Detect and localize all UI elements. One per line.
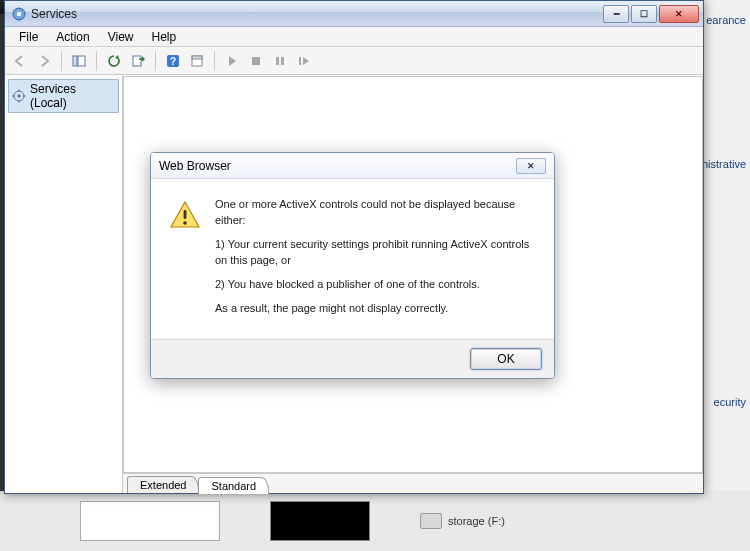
svg-rect-11: [281, 57, 284, 65]
refresh-button[interactable]: [103, 50, 125, 72]
close-button[interactable]: ✕: [659, 5, 699, 23]
background-bottom-strip: storage (F:): [0, 491, 750, 551]
svg-rect-9: [252, 57, 260, 65]
storage-label: storage (F:): [448, 515, 505, 527]
dialog-message: One or more ActiveX controls could not b…: [215, 197, 536, 325]
svg-rect-4: [133, 56, 141, 66]
dialog-text-reason-1: 1) Your current security settings prohib…: [215, 237, 536, 269]
svg-rect-3: [78, 56, 85, 66]
storage-drive: storage (F:): [420, 513, 505, 529]
svg-rect-19: [184, 210, 187, 219]
web-browser-dialog: Web Browser ✕ One or more ActiveX contro…: [150, 152, 555, 379]
bg-thumbnail: [80, 501, 220, 541]
stop-service-button: [245, 50, 267, 72]
dialog-text-result: As a result, the page might not display …: [215, 301, 536, 317]
svg-rect-10: [276, 57, 279, 65]
forward-button: [33, 50, 55, 72]
back-button: [9, 50, 31, 72]
start-service-button: [221, 50, 243, 72]
tab-standard[interactable]: Standard: [198, 477, 269, 494]
dialog-title: Web Browser: [159, 159, 231, 173]
properties-button[interactable]: [186, 50, 208, 72]
dialog-close-button[interactable]: ✕: [516, 158, 546, 174]
dialog-text-reason-2: 2) You have blocked a publisher of one o…: [215, 277, 536, 293]
menu-view[interactable]: View: [100, 28, 142, 46]
gear-icon: [12, 89, 26, 103]
drive-icon: [420, 513, 442, 529]
minimize-button[interactable]: ━: [603, 5, 629, 23]
menu-action[interactable]: Action: [48, 28, 97, 46]
dialog-text-intro: One or more ActiveX controls could not b…: [215, 197, 536, 229]
bg-text: ecurity: [714, 396, 746, 408]
svg-rect-2: [73, 56, 77, 66]
svg-point-14: [17, 94, 21, 98]
svg-point-20: [183, 221, 187, 225]
tab-strip: Extended Standard: [123, 473, 703, 493]
toolbar: ?: [5, 47, 703, 75]
restart-service-button: [293, 50, 315, 72]
window-title: Services: [31, 7, 601, 21]
menubar: File Action View Help: [5, 27, 703, 47]
services-app-icon: [11, 6, 27, 22]
titlebar[interactable]: Services ━ ☐ ✕: [5, 1, 703, 27]
warning-icon: [169, 199, 201, 231]
dialog-titlebar[interactable]: Web Browser ✕: [151, 153, 554, 179]
svg-text:?: ?: [170, 56, 176, 67]
help-button[interactable]: ?: [162, 50, 184, 72]
pause-service-button: [269, 50, 291, 72]
ok-button[interactable]: OK: [470, 348, 542, 370]
bg-thumbnail: [270, 501, 370, 541]
export-list-button[interactable]: [127, 50, 149, 72]
menu-file[interactable]: File: [11, 28, 46, 46]
bg-text: earance: [706, 14, 746, 26]
svg-rect-12: [299, 57, 301, 65]
maximize-button[interactable]: ☐: [631, 5, 657, 23]
tree-node-label: Services (Local): [30, 82, 115, 110]
tree-node-services-local[interactable]: Services (Local): [8, 79, 119, 113]
tree-pane: Services (Local): [5, 76, 123, 493]
tab-extended[interactable]: Extended: [127, 476, 199, 493]
show-hide-tree-button[interactable]: [68, 50, 90, 72]
svg-rect-8: [192, 56, 202, 59]
svg-point-1: [17, 11, 21, 15]
menu-help[interactable]: Help: [144, 28, 185, 46]
